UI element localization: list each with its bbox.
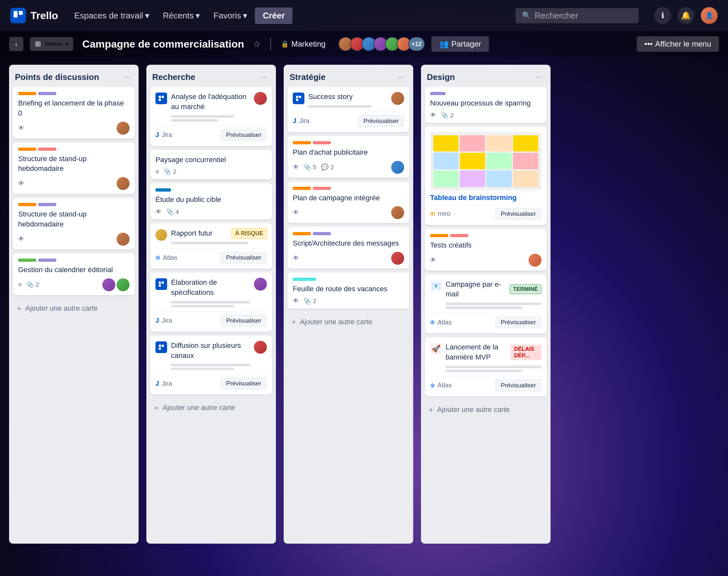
- card-labels: [293, 278, 404, 281]
- card-avatar: [116, 122, 130, 135]
- member-count[interactable]: +12: [408, 37, 425, 51]
- card-standup-1[interactable]: Structure de stand-up hebdomadaire 👁: [13, 142, 135, 194]
- card-inner: Élaboration de spécifications: [156, 278, 267, 309]
- card-labels: [156, 188, 267, 192]
- card-etude[interactable]: Étude du public cible 👁 📎 4: [150, 183, 272, 220]
- content-line: [446, 370, 522, 372]
- svg-rect-0: [14, 11, 18, 18]
- nav-espaces[interactable]: Espaces de travail ▾: [68, 7, 155, 24]
- svg-rect-12: [299, 96, 301, 98]
- card-plan-achat[interactable]: Plan d'achat publicitaire 👁 📎 5 💬 2: [288, 136, 409, 178]
- card-processus-sparring[interactable]: Nouveau processus de sparring 👁 📎 2: [425, 87, 547, 123]
- card-meta: 👁 📎 5 💬 2: [293, 164, 334, 171]
- notifications-button[interactable]: 🔔: [677, 7, 694, 24]
- eye-icon: 👁: [430, 257, 436, 264]
- preview-button[interactable]: Prévisualiser: [220, 129, 267, 141]
- trello-logo-icon[interactable]: [10, 8, 26, 23]
- preview-button[interactable]: Prévisualiser: [220, 315, 267, 326]
- search-bar[interactable]: 🔍: [516, 8, 639, 23]
- column-menu-3[interactable]: ···: [396, 71, 407, 83]
- svg-rect-4: [159, 99, 161, 101]
- card-feuille-route[interactable]: Feuille de route des vacances 👁 📎 2: [288, 272, 409, 309]
- column-points-de-discussion: Points de discussion ··· Briefing et lan…: [9, 65, 139, 544]
- column-menu-1[interactable]: ···: [121, 71, 133, 83]
- card-lancement-mvp[interactable]: 🚀 Lancement de la bannière MVP DÉLAIS DÉ…: [425, 337, 547, 396]
- board-name: Tableau: [44, 41, 62, 47]
- label-pink: [450, 234, 468, 237]
- card-script[interactable]: Script/Architecture des messages 👁: [288, 227, 409, 268]
- atlas-icon: ⊕: [156, 254, 160, 261]
- jira-icon: J: [293, 117, 296, 124]
- add-card-button-1[interactable]: ＋ Ajouter une autre carte: [13, 300, 135, 316]
- card-diffusion[interactable]: Diffusion sur plusieurs canaux J Jira Pr…: [150, 336, 272, 395]
- logo-group: Trello: [10, 8, 58, 23]
- board-name-group[interactable]: ⊞ Tableau ▾: [30, 37, 73, 51]
- share-button[interactable]: 👥 Partager: [431, 36, 489, 52]
- paperclip-meta: 📎 5: [303, 164, 316, 171]
- content-line: [171, 368, 234, 370]
- preview-button[interactable]: Prévisualiser: [495, 208, 541, 220]
- svg-rect-3: [162, 96, 164, 98]
- card-analyse[interactable]: Analyse de l'adéquation au marché J Jira…: [150, 87, 272, 146]
- user-avatar[interactable]: 👤: [701, 7, 718, 24]
- add-card-button-3[interactable]: ＋ Ajouter une autre carte: [288, 314, 409, 330]
- card-campagne-email[interactable]: 📧 Campagne par e-mail TERMINÉ ⊕ Atlas Pr…: [425, 275, 547, 334]
- label-orange: [18, 148, 36, 151]
- card-briefing[interactable]: Briefing et lancement de la phase 0 👁: [13, 87, 135, 139]
- card-title: Script/Architecture des messages: [293, 238, 404, 249]
- card-success-story[interactable]: Success story J Jira Prévisualiser: [288, 87, 409, 132]
- card-title: Structure de stand-up hebdomadaire: [18, 154, 130, 174]
- preview-button[interactable]: Prévisualiser: [495, 316, 541, 328]
- svg-rect-13: [296, 99, 298, 101]
- content-line: [171, 242, 248, 244]
- card-meta: 👁: [293, 255, 299, 262]
- jira-card-icon: [156, 341, 167, 353]
- card-image-brainstorm: [430, 132, 541, 190]
- card-standup-2[interactable]: Structure de stand-up hebdomadaire 👁: [13, 198, 135, 250]
- label-green: [18, 259, 36, 262]
- eye-icon: 👁: [156, 208, 162, 215]
- card-calendrier[interactable]: Gestion du calendrier éditorial ≡ 📎 2: [13, 253, 135, 295]
- back-button[interactable]: ‹: [9, 37, 23, 51]
- preview-button[interactable]: Prévisualiser: [358, 115, 404, 127]
- card-avatars: [102, 278, 130, 291]
- star-icon[interactable]: ☆: [253, 39, 261, 49]
- jira-label: J Jira: [156, 317, 172, 324]
- create-button[interactable]: Créer: [255, 7, 292, 24]
- preview-button[interactable]: Prévisualiser: [220, 378, 267, 389]
- board-grid-icon: ⊞: [35, 40, 41, 48]
- add-card-button-2[interactable]: ＋ Ajouter une autre carte: [150, 400, 272, 416]
- card-paysage[interactable]: Paysage concurrentiel ≡ 📎 2: [150, 150, 272, 180]
- card-title: Étude du public cible: [156, 195, 267, 205]
- info-button[interactable]: ℹ: [654, 7, 671, 24]
- card-meta: 👁: [18, 180, 24, 187]
- card-rapport[interactable]: Rapport futur À RISQUE ⊕ Atlas Prévisual…: [150, 223, 272, 268]
- card-title: Lancement de la bannière MVP: [446, 342, 511, 363]
- plus-icon: ＋: [290, 317, 297, 327]
- preview-button[interactable]: Prévisualiser: [220, 252, 267, 263]
- jira-label: J Jira: [156, 380, 172, 387]
- lines-icon: ≡: [18, 281, 22, 288]
- card-title: Campagne par e-mail: [446, 280, 510, 300]
- add-card-button-4[interactable]: ＋ Ajouter une autre carte: [425, 402, 547, 418]
- content-line: [171, 119, 218, 122]
- card-content: Rapport futur À RISQUE: [171, 228, 267, 246]
- nav-recents[interactable]: Récents ▾: [157, 7, 206, 24]
- column-header-1: Points de discussion ···: [13, 70, 135, 87]
- card-avatar: [391, 92, 404, 105]
- jira-card-icon: [293, 92, 304, 104]
- content-line: [171, 301, 250, 304]
- search-input[interactable]: [535, 11, 625, 21]
- card-plan-campagne[interactable]: Plan de campagne intégrée 👁: [288, 181, 409, 223]
- preview-button[interactable]: Prévisualiser: [495, 380, 541, 391]
- card-elaboration[interactable]: Élaboration de spécifications J Jira Pré…: [150, 272, 272, 332]
- card-brainstorming[interactable]: Tableau de brainstorming m miro Prévisua…: [425, 127, 547, 225]
- nav-favoris[interactable]: Favoris ▾: [208, 7, 253, 24]
- card-meta: 👁: [293, 209, 299, 216]
- column-menu-2[interactable]: ···: [259, 71, 270, 83]
- card-title: Rapport futur: [171, 228, 212, 238]
- column-menu-4[interactable]: ···: [533, 71, 545, 83]
- card-title: Nouveau processus de sparring: [430, 98, 541, 108]
- menu-button[interactable]: ••• Afficher le menu: [637, 36, 719, 52]
- card-tests-creatifs[interactable]: Tests créatifs 👁: [425, 229, 547, 270]
